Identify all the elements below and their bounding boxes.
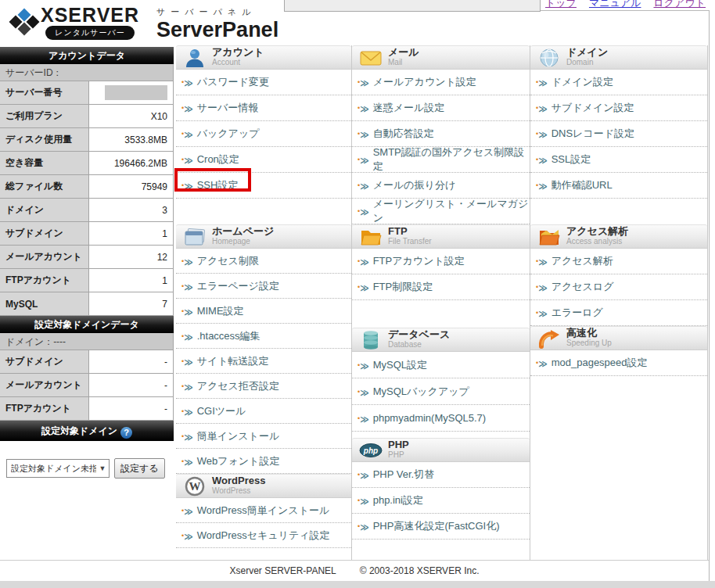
arrow-icon: •≫ bbox=[181, 429, 193, 443]
arrow-icon: •≫ bbox=[181, 127, 193, 141]
menu-area: アカウント Account •≫パスワード変更 •≫サーバー情報 •≫バックアッ… bbox=[176, 45, 708, 561]
section-header-wordpress: W WordPress WordPress bbox=[176, 474, 351, 498]
menu-item[interactable]: •≫php.ini設定 bbox=[352, 488, 530, 514]
login-info-box bbox=[284, 0, 541, 12]
help-icon[interactable]: ? bbox=[120, 427, 132, 439]
menu-item[interactable]: •≫サーバー情報 bbox=[176, 95, 351, 121]
arrow-icon: •≫ bbox=[358, 519, 369, 533]
menu-item[interactable]: •≫WordPress簡単インストール bbox=[176, 498, 351, 523]
menu-item[interactable]: •≫簡単インストール bbox=[176, 424, 351, 449]
menu-item[interactable]: •≫サブドメイン設定 bbox=[530, 95, 707, 121]
table-row: ご利用プラン X10 bbox=[0, 105, 174, 128]
arrow-icon: •≫ bbox=[181, 404, 193, 418]
table-row: FTPアカウント 1 bbox=[0, 269, 174, 292]
arrow-icon: •≫ bbox=[358, 127, 369, 141]
menu-item[interactable]: •≫アクセス解析 bbox=[530, 249, 707, 274]
arrow-icon: •≫ bbox=[181, 529, 193, 543]
nav-divider bbox=[541, 10, 709, 11]
menu-item[interactable]: •≫MySQLバックアップ bbox=[352, 378, 530, 405]
section-header-database: データベース Database bbox=[352, 328, 530, 352]
menu-item[interactable]: •≫DNSレコード設定 bbox=[530, 121, 707, 147]
database-icon bbox=[359, 329, 383, 351]
menu-item[interactable]: •≫WordPressセキュリティ設定 bbox=[176, 523, 351, 548]
menu-item[interactable]: •≫アクセス制限 bbox=[176, 249, 351, 274]
menu-item[interactable]: •≫アクセスログ bbox=[530, 274, 707, 300]
table-row: サブドメイン - bbox=[0, 350, 174, 374]
highlight-box bbox=[174, 168, 251, 192]
arrow-icon: •≫ bbox=[358, 152, 369, 167]
menu-item[interactable]: •≫バックアップ bbox=[176, 121, 351, 147]
menu-item[interactable]: •≫メーリングリスト・メールマガジン bbox=[352, 199, 530, 224]
menu-item[interactable]: •≫アクセス拒否設定 bbox=[176, 374, 351, 399]
rental-server-badge: レンタルサーバー bbox=[45, 26, 134, 40]
nav-link-top[interactable]: トップ bbox=[545, 0, 577, 10]
arrow-icon: •≫ bbox=[358, 178, 369, 192]
arrow-icon: •≫ bbox=[181, 504, 193, 518]
account-sidebar: アカウントデータ サーバーID： サーバー番号 ご利用プラン X10 ディスク使… bbox=[0, 47, 174, 479]
arrow-icon: •≫ bbox=[181, 354, 193, 368]
table-row: 総ファイル数 75949 bbox=[0, 175, 174, 199]
menu-item[interactable]: •≫メールの振り分け bbox=[352, 173, 530, 199]
menu-item[interactable]: •≫サイト転送設定 bbox=[176, 349, 351, 374]
table-row: サブドメイン 1 bbox=[0, 222, 174, 246]
table-row: ディスク使用量 3533.8MB bbox=[0, 128, 174, 152]
menu-item[interactable]: •≫PHP Ver.切替 bbox=[352, 462, 530, 488]
arrow-icon: •≫ bbox=[536, 306, 548, 320]
menu-item[interactable]: •≫.htaccess編集 bbox=[176, 324, 351, 349]
php-icon: php bbox=[359, 439, 383, 461]
footer-copyright: © 2003-2018 XSERVER Inc. bbox=[360, 565, 480, 576]
menu-item[interactable]: •≫Webフォント設定 bbox=[176, 449, 351, 474]
arrow-icon: •≫ bbox=[358, 411, 369, 425]
arrow-icon: •≫ bbox=[181, 279, 193, 293]
arrow-icon: •≫ bbox=[536, 101, 548, 115]
ftp-icon bbox=[359, 226, 383, 248]
menu-item[interactable]: •≫エラーログ bbox=[530, 300, 707, 326]
arrow-icon: •≫ bbox=[536, 356, 548, 370]
menu-item[interactable]: •≫自動応答設定 bbox=[352, 121, 530, 147]
menu-item[interactable]: •≫MIME設定 bbox=[176, 299, 351, 324]
menu-item[interactable]: •≫PHP高速化設定(FastCGI化) bbox=[352, 514, 530, 540]
menu-item[interactable]: •≫パスワード変更 bbox=[176, 70, 351, 95]
mail-icon bbox=[359, 47, 383, 69]
menu-item[interactable]: •≫FTPアカウント設定 bbox=[352, 249, 530, 274]
menu-item[interactable]: •≫迷惑メール設定 bbox=[352, 95, 530, 121]
menu-item[interactable]: •≫CGIツール bbox=[176, 399, 351, 424]
menu-item[interactable]: •≫動作確認URL bbox=[530, 173, 707, 199]
xserver-logo: XSERVER レンタルサーバー サーバーパネル ServerPanel bbox=[9, 5, 278, 41]
nav-link-logout[interactable]: ログアウト bbox=[653, 0, 706, 10]
menu-item[interactable]: •≫MySQL設定 bbox=[352, 352, 530, 378]
server-id-row: サーバーID： bbox=[0, 64, 174, 81]
arrow-icon: •≫ bbox=[181, 304, 193, 318]
nav-link-manual[interactable]: マニュアル bbox=[589, 0, 641, 10]
footer: Xserver SERVER-PANEL © 2003-2018 XSERVER… bbox=[0, 560, 709, 581]
domain-row: ドメイン：---- bbox=[0, 333, 174, 350]
arrow-icon: •≫ bbox=[358, 280, 369, 294]
arrow-icon: •≫ bbox=[536, 178, 548, 192]
menu-item[interactable]: •≫phpmyadmin(MySQL5.7) bbox=[352, 405, 530, 432]
menu-item[interactable]: •≫mod_pagespeed設定 bbox=[530, 350, 707, 376]
target-domain-header: 設定対象ドメイン? bbox=[0, 421, 174, 441]
right-border bbox=[709, 10, 710, 581]
menu-item[interactable]: •≫SSL設定 bbox=[530, 147, 707, 173]
domain-icon bbox=[537, 47, 561, 69]
arrow-icon: •≫ bbox=[181, 75, 193, 89]
menu-item[interactable]: •≫FTP制限設定 bbox=[352, 274, 530, 300]
target-domain-select[interactable]: 設定対象ドメイン未指 ▼ bbox=[6, 459, 110, 478]
svg-text:php: php bbox=[363, 446, 378, 455]
arrow-icon: •≫ bbox=[181, 254, 193, 268]
section-header-access-analysis: アクセス解析 Access analysis bbox=[530, 224, 707, 249]
arrow-icon: •≫ bbox=[358, 254, 369, 268]
set-domain-button[interactable]: 設定する bbox=[114, 458, 165, 479]
menu-item[interactable]: •≫メールアカウント設定 bbox=[352, 70, 530, 95]
arrow-icon: •≫ bbox=[536, 75, 548, 89]
svg-text:W: W bbox=[189, 480, 201, 493]
menu-item[interactable]: •≫エラーページ設定 bbox=[176, 274, 351, 299]
arrow-icon: •≫ bbox=[536, 127, 548, 141]
table-row: サーバー番号 bbox=[0, 81, 174, 105]
arrow-icon: •≫ bbox=[536, 152, 548, 167]
menu-item[interactable]: •≫SMTP認証の国外アクセス制限設定 bbox=[352, 147, 530, 173]
table-row: メールアカウント 12 bbox=[0, 246, 174, 269]
target-domain-data-header: 設定対象ドメインデータ bbox=[0, 316, 174, 333]
menu-item[interactable]: •≫ドメイン設定 bbox=[530, 70, 707, 95]
bottom-strip bbox=[0, 581, 715, 588]
